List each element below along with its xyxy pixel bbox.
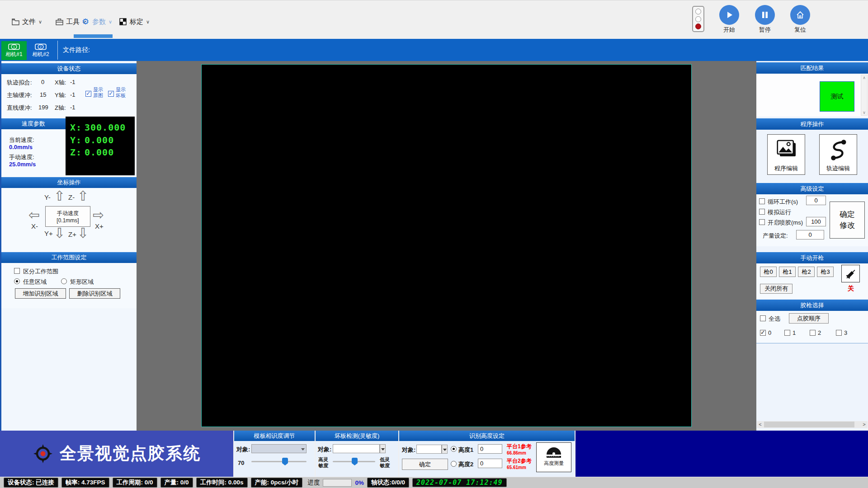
spray-input[interactable]: 100: [806, 217, 826, 226]
gun-select-0-checkbox[interactable]: [760, 330, 766, 336]
show-bad-board-checkbox[interactable]: [108, 91, 114, 97]
gun-select-3-checkbox[interactable]: [836, 330, 842, 336]
camera-icon: 1: [8, 43, 20, 50]
bad-board-object-dropdown[interactable]: [333, 444, 380, 453]
gun-select-2-checkbox[interactable]: [810, 330, 816, 336]
loop-work-label: 循环工作(s): [768, 198, 798, 206]
jog-pad: Y- ⇧ Z- ⇧ ⇦ 手动速度 [0.1mms] ⇨ X- X+ Y+ ⇩ Z…: [1, 188, 137, 251]
program-edit-label: 程序编辑: [768, 164, 805, 173]
z-minus-label: Z-: [68, 193, 75, 201]
height-dropdown-button[interactable]: [442, 445, 448, 454]
bad-board-object-label: 对象:: [318, 446, 331, 454]
template-similarity-slider[interactable]: [251, 458, 307, 465]
track-edit-button[interactable]: 轨迹编辑: [819, 134, 857, 175]
camera-view[interactable]: [201, 64, 692, 427]
height-confirm-button[interactable]: 确定: [402, 459, 448, 470]
coord-z-label: Z:: [70, 147, 85, 158]
scroll-left-icon[interactable]: <: [757, 421, 764, 428]
height2-input[interactable]: 0: [478, 459, 502, 468]
slider-thumb[interactable]: [282, 458, 288, 465]
any-region-radio[interactable]: [14, 278, 20, 284]
program-edit-button[interactable]: 程序编辑: [767, 134, 805, 175]
status-row-value: 199: [38, 104, 48, 111]
height1-radio[interactable]: [451, 446, 457, 452]
delete-region-button[interactable]: 删除识别区域: [69, 288, 120, 299]
manual-speed-label: 手动速度:: [9, 153, 34, 161]
start-button[interactable]: 开始: [717, 5, 742, 34]
spray-checkbox[interactable]: [759, 219, 765, 225]
scroll-right-icon[interactable]: >: [861, 421, 868, 428]
tab-camera-2[interactable]: 2 相机#2: [28, 41, 53, 60]
reset-button[interactable]: 复位: [788, 5, 813, 34]
jog-z-plus-button[interactable]: ⇩: [77, 227, 89, 239]
template-panel-title: 模板相识度调节: [234, 431, 315, 441]
syringe-button[interactable]: [841, 265, 860, 282]
show-original-checkbox[interactable]: [85, 91, 91, 97]
tab-camera-1[interactable]: 1 相机#1: [1, 41, 27, 60]
platform2-ref-label: 平台2参考: [507, 458, 532, 464]
pause-button[interactable]: 暂停: [752, 5, 778, 34]
menu-params-label: 参数: [92, 18, 106, 26]
x-minus-label: X-: [31, 222, 38, 230]
gun-0-button[interactable]: 枪0: [760, 267, 777, 277]
menu-params[interactable]: ⚙ 参数 ∨: [81, 15, 112, 28]
jog-y-plus-button[interactable]: ⇩: [54, 227, 65, 239]
bad-board-sensitivity-slider[interactable]: [333, 458, 375, 465]
loop-work-checkbox[interactable]: [759, 198, 765, 204]
gun-2-button[interactable]: 枪2: [798, 267, 815, 277]
axis-status-box: 轴状态:0/0/0: [367, 478, 409, 488]
axis-value: -1: [70, 79, 75, 85]
height2-label: 高度2: [458, 460, 473, 469]
test-result-item[interactable]: 测试: [820, 81, 854, 112]
device-status-body: 轨迹拟合: 0 X轴: -1 主轴缓冲: 15 Y轴: -1 直线缓冲: 199…: [1, 74, 137, 117]
yield-setting-input[interactable]: 0: [796, 230, 824, 239]
axis-label: Z轴:: [55, 104, 66, 112]
work-range-body: 区分工作范围 任意区域 矩形区域 增加识别区域 删除识别区域: [1, 263, 137, 308]
svg-text:2: 2: [40, 45, 42, 48]
menu-tools-label: 工具: [66, 18, 80, 26]
jog-x-plus-button[interactable]: ⇨: [93, 209, 104, 221]
gun-1-button[interactable]: 枪1: [779, 267, 796, 277]
template-object-dropdown[interactable]: [251, 444, 307, 453]
select-all-checkbox[interactable]: [760, 315, 766, 321]
axis-value: -1: [70, 91, 75, 98]
right-panel-hscrollbar[interactable]: < >: [757, 421, 868, 428]
select-all-label: 全选: [769, 315, 780, 323]
play-icon: [719, 5, 739, 25]
slider-thumb[interactable]: [352, 458, 358, 465]
gun-3-button[interactable]: 枪3: [817, 267, 834, 277]
gun-select-title: 胶枪选择: [756, 300, 868, 311]
gun-select-1-checkbox[interactable]: [784, 330, 790, 336]
menu-calibration[interactable]: 标定 ∨: [119, 15, 150, 28]
match-result-title: 匹配结果: [756, 62, 868, 74]
confirm-modify-button[interactable]: 确定修改: [830, 202, 865, 239]
rect-region-radio[interactable]: [61, 278, 67, 284]
match-result-scrollbar[interactable]: ∧ ∨: [861, 75, 868, 116]
dispensing-system-window: 文件 ∨ 工具 ∨ ⚙ 参数 ∨ 标定 ∨: [0, 0, 868, 488]
speed-title: 速度参数: [1, 118, 66, 129]
add-region-button[interactable]: 增加识别区域: [15, 288, 66, 299]
scroll-up-icon[interactable]: ∧: [861, 75, 867, 80]
platform2-ref-value: 65.61mm: [507, 465, 526, 470]
height1-input[interactable]: 0: [478, 444, 502, 454]
height2-radio[interactable]: [451, 461, 457, 467]
scroll-down-icon[interactable]: ∨: [861, 110, 867, 115]
active-menu-underline: [74, 34, 113, 38]
height-object-dropdown[interactable]: [416, 445, 442, 454]
coord-y-value: 0.000: [85, 135, 114, 145]
simulate-checkbox[interactable]: [759, 209, 765, 215]
y-minus-label: Y-: [44, 193, 51, 201]
close-all-guns-button[interactable]: 关闭所有: [760, 284, 793, 294]
coord-x-label: X:: [70, 122, 85, 133]
height-measure-button[interactable]: 高度测量: [536, 442, 571, 472]
hscrollbar-thumb[interactable]: [764, 422, 854, 427]
bad-board-dropdown-button[interactable]: [380, 444, 386, 453]
divide-range-checkbox[interactable]: [14, 268, 20, 274]
loop-work-input[interactable]: 0: [806, 196, 826, 205]
jog-x-minus-button[interactable]: ⇦: [28, 209, 40, 221]
jog-y-minus-button[interactable]: ⇧: [54, 190, 65, 202]
speed-body: 当前速度: 0.0mm/s 手动速度: 25.0mm/s: [1, 130, 66, 176]
dispense-order-button[interactable]: 点胶顺序: [789, 313, 829, 324]
menu-file[interactable]: 文件 ∨: [11, 15, 42, 28]
jog-z-minus-button[interactable]: ⇧: [77, 190, 89, 202]
